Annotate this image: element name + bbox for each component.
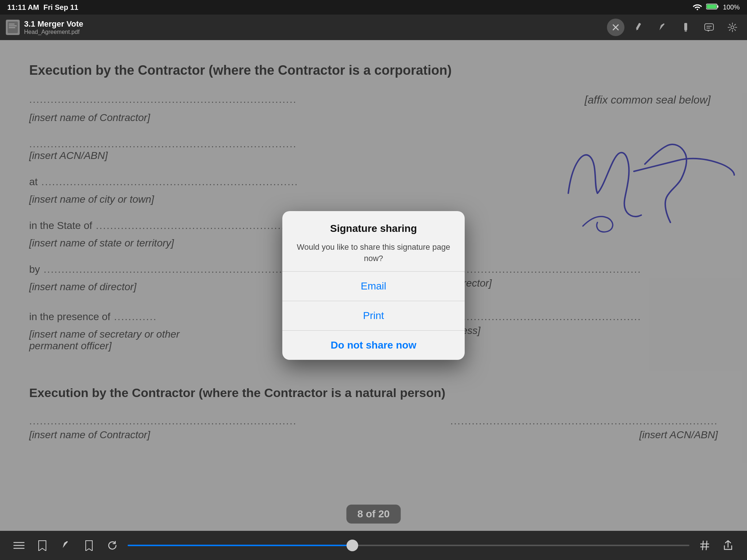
modal-title: Signature sharing <box>294 223 453 234</box>
list-view-button[interactable] <box>11 537 27 553</box>
svg-rect-3 <box>717 5 718 8</box>
settings-button[interactable] <box>724 19 741 36</box>
toolbar-title: 3.1 Merger Vote <box>24 19 603 29</box>
wifi-icon <box>692 3 703 12</box>
do-not-share-button[interactable]: Do not share now <box>282 331 465 360</box>
hash-button[interactable] <box>697 537 713 553</box>
battery-icon <box>706 3 719 12</box>
progress-bar-area <box>120 545 697 546</box>
signature-sharing-modal: Signature sharing Would you like to shar… <box>282 211 465 360</box>
svg-rect-6 <box>9 26 17 26</box>
svg-rect-13 <box>705 24 713 30</box>
toolbar-subtitle: Head_Agreement.pdf <box>24 29 603 35</box>
pencil-tool-button[interactable] <box>630 19 648 36</box>
bookmark-button[interactable] <box>81 537 97 553</box>
svg-line-21 <box>706 541 707 550</box>
close-button[interactable] <box>607 19 624 36</box>
svg-rect-7 <box>9 27 15 28</box>
bottom-right-buttons <box>697 537 736 553</box>
bottom-toolbar <box>0 531 747 560</box>
progress-bar-fill <box>128 545 352 546</box>
status-date: Fri Sep 11 <box>43 3 78 12</box>
svg-rect-11 <box>684 23 687 30</box>
modal-header: Signature sharing <box>282 211 465 242</box>
print-button[interactable]: Print <box>282 301 465 330</box>
svg-point-16 <box>731 26 734 29</box>
comment-button[interactable] <box>700 19 718 36</box>
pencil-tool-bottom-button[interactable] <box>58 537 74 553</box>
status-bar: 11:11 AM Fri Sep 11 100% <box>0 0 747 15</box>
svg-rect-5 <box>9 24 15 24</box>
toolbar-actions <box>607 19 741 36</box>
modal-backdrop[interactable]: Signature sharing Would you like to shar… <box>0 40 747 531</box>
bottom-left-buttons <box>11 537 120 553</box>
bookmark-list-button[interactable] <box>34 537 50 553</box>
status-left: 11:11 AM Fri Sep 11 <box>7 3 78 12</box>
share-button[interactable] <box>720 537 736 553</box>
battery-percentage: 100% <box>723 4 740 11</box>
svg-point-0 <box>697 9 698 10</box>
progress-thumb[interactable] <box>347 540 358 551</box>
pen-tool-button[interactable] <box>654 19 671 36</box>
doc-icon <box>6 20 20 35</box>
status-right: 100% <box>692 3 740 12</box>
status-time: 11:11 AM <box>7 3 39 12</box>
top-toolbar: 3.1 Merger Vote Head_Agreement.pdf <box>0 15 747 40</box>
svg-rect-10 <box>636 23 641 30</box>
refresh-button[interactable] <box>104 537 120 553</box>
svg-line-20 <box>703 541 703 550</box>
modal-body: Would you like to share this signature p… <box>282 242 465 272</box>
email-button[interactable]: Email <box>282 272 465 301</box>
svg-rect-12 <box>685 30 687 32</box>
toolbar-title-group: 3.1 Merger Vote Head_Agreement.pdf <box>24 19 603 35</box>
svg-rect-2 <box>707 4 716 8</box>
marker-tool-button[interactable] <box>677 19 694 36</box>
progress-bar-track[interactable] <box>128 545 689 546</box>
